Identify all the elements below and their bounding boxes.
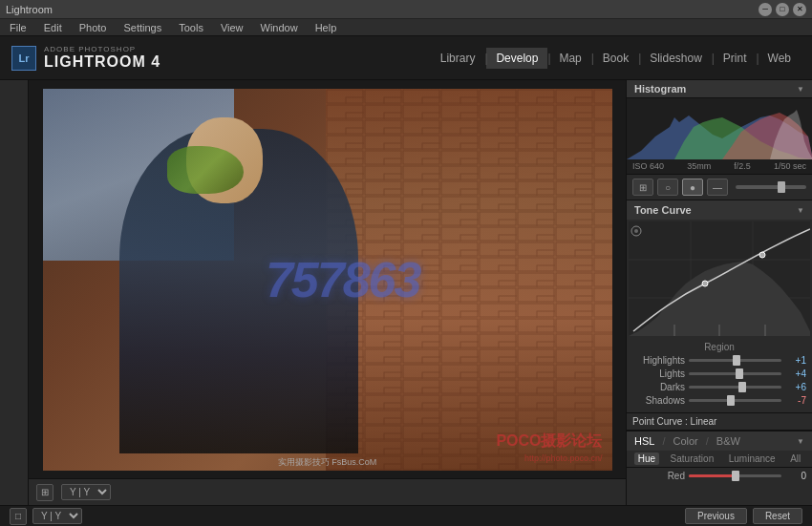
photo-area: 757863 POCO摄影论坛 http://photo.poco.cn/ 实用… xyxy=(29,80,626,478)
menu-edit[interactable]: Edit xyxy=(40,22,66,33)
highlights-value: +1 xyxy=(785,355,806,366)
bottom-view-select[interactable]: Y | Y xyxy=(32,508,82,524)
highlights-label: Highlights xyxy=(632,355,685,366)
center-panel: 757863 POCO摄影论坛 http://photo.poco.cn/ 实用… xyxy=(29,80,626,505)
red-value: 0 xyxy=(785,471,806,481)
main: 757863 POCO摄影论坛 http://photo.poco.cn/ 实用… xyxy=(0,80,812,505)
tone-curve-section: Tone Curve ▼ xyxy=(627,200,812,431)
menu-tools[interactable]: Tools xyxy=(175,22,207,33)
tone-curve-graph[interactable] xyxy=(629,221,810,336)
darks-handle[interactable] xyxy=(738,382,746,392)
reset-button[interactable]: Reset xyxy=(753,508,802,524)
minimize-button[interactable]: ─ xyxy=(759,3,772,16)
tab-develop[interactable]: Develop xyxy=(486,48,547,69)
tab-print[interactable]: Print xyxy=(714,48,757,69)
histogram-canvas xyxy=(627,98,812,159)
hsl-subtab-luminance[interactable]: Luminance xyxy=(725,452,780,465)
region-title: Region xyxy=(632,342,806,352)
previous-button[interactable]: Previous xyxy=(685,508,747,524)
darks-track[interactable] xyxy=(689,386,781,389)
shadows-track[interactable] xyxy=(689,399,781,402)
highlights-track[interactable] xyxy=(689,359,781,362)
tab-web[interactable]: Web xyxy=(759,48,801,69)
svg-point-15 xyxy=(702,281,708,286)
hsl-subtab-all[interactable]: All xyxy=(786,452,804,465)
point-curve-label: Point Curve : xyxy=(632,416,688,427)
bottom-grid-icon[interactable]: □ xyxy=(10,508,27,525)
lights-track[interactable] xyxy=(689,372,781,375)
bottom-left: □ Y | Y xyxy=(10,508,82,525)
tab-map[interactable]: Map xyxy=(549,48,590,69)
shadows-value: -7 xyxy=(785,395,806,406)
tool-circle[interactable]: ○ xyxy=(657,179,678,196)
camera-focal: 35mm xyxy=(687,161,711,171)
point-curve-value: Linear xyxy=(691,416,717,427)
hsl-tabs: HSL / Color / B&W xyxy=(634,435,740,447)
shadows-label: Shadows xyxy=(632,395,685,406)
maximize-button[interactable]: □ xyxy=(776,3,789,16)
right-panel: Histogram ▼ ISO 640 35mm f/ xyxy=(626,80,812,505)
darks-row: Darks +6 xyxy=(632,382,806,392)
strip-grid-icon[interactable]: ⊞ xyxy=(36,484,53,501)
menu-settings[interactable]: Settings xyxy=(119,22,165,33)
tool-grid[interactable]: ⊞ xyxy=(632,179,653,196)
hsl-tab-color[interactable]: Color xyxy=(673,435,697,447)
red-track[interactable] xyxy=(689,474,781,477)
hsl-sliders: Red 0 xyxy=(627,468,812,487)
red-hue-row: Red 0 xyxy=(632,471,806,481)
hsl-subtab-saturation[interactable]: Saturation xyxy=(667,452,718,465)
lights-value: +4 xyxy=(785,368,806,379)
hsl-subtab-hue[interactable]: Hue xyxy=(634,452,659,465)
tools-slider-handle[interactable] xyxy=(778,181,785,193)
shadows-row: Shadows -7 xyxy=(632,395,806,406)
point-curve-row: Point Curve : Linear xyxy=(627,412,812,430)
close-button[interactable]: ✕ xyxy=(793,3,806,16)
brick-pattern xyxy=(326,89,612,471)
highlights-row: Highlights +1 xyxy=(632,355,806,366)
svg-point-16 xyxy=(759,252,765,258)
tool-line[interactable]: — xyxy=(707,179,728,196)
red-fill xyxy=(689,474,736,477)
strip-select[interactable]: Y | Y xyxy=(61,484,111,500)
histogram-header: Histogram ▼ xyxy=(627,80,812,98)
lights-row: Lights +4 xyxy=(632,368,806,379)
region-section: Region Highlights +1 Lights +4 D xyxy=(627,338,812,412)
menu-photo[interactable]: Photo xyxy=(75,22,111,33)
hsl-triangle: ▼ xyxy=(797,437,804,446)
menu-help[interactable]: Help xyxy=(311,22,341,33)
camera-aperture: f/2.5 xyxy=(734,161,751,171)
camera-info: ISO 640 35mm f/2.5 1/50 sec xyxy=(627,159,812,173)
hsl-header[interactable]: HSL / Color / B&W ▼ xyxy=(627,431,812,451)
hsl-sep2: / xyxy=(706,435,709,447)
hsl-tab-bw[interactable]: B&W xyxy=(716,435,740,447)
menu-window[interactable]: Window xyxy=(257,22,302,33)
tools-slider[interactable] xyxy=(736,185,806,189)
logo-text: ADOBE PHOTOSHOP LIGHTROOM 4 xyxy=(44,45,160,71)
highlights-handle[interactable] xyxy=(733,355,740,366)
photo-container[interactable]: 757863 POCO摄影论坛 http://photo.poco.cn/ 实用… xyxy=(43,89,612,471)
tab-book[interactable]: Book xyxy=(593,48,638,69)
darks-label: Darks xyxy=(632,382,685,392)
titlebar: Lightroom ─ □ ✕ xyxy=(0,0,812,19)
photo-strip: ⊞ Y | Y xyxy=(29,478,626,505)
tone-curve-label: Tone Curve xyxy=(634,204,692,216)
menu-file[interactable]: File xyxy=(6,22,31,33)
titlebar-title: Lightroom xyxy=(6,4,53,15)
bottom-right: Previous Reset xyxy=(685,508,802,524)
hsl-sep1: / xyxy=(662,435,665,447)
menu-view[interactable]: View xyxy=(217,22,247,33)
lights-handle[interactable] xyxy=(736,368,743,379)
red-handle[interactable] xyxy=(732,471,739,481)
logo-area: Lr ADOBE PHOTOSHOP LIGHTROOM 4 xyxy=(11,45,160,71)
watermark-bottom: 实用摄影技巧 FsBus.CoM xyxy=(278,456,377,469)
hsl-tab-hsl[interactable]: HSL xyxy=(634,435,654,447)
tab-library[interactable]: Library xyxy=(431,48,485,69)
tool-dot[interactable]: ● xyxy=(682,179,703,196)
tab-slideshow[interactable]: Slideshow xyxy=(640,48,712,69)
left-panel xyxy=(0,80,29,505)
camera-shutter: 1/50 sec xyxy=(774,161,806,171)
shadows-handle[interactable] xyxy=(727,395,735,406)
lights-label: Lights xyxy=(632,368,685,379)
lr-name: LIGHTROOM 4 xyxy=(44,53,160,71)
tone-curve-header[interactable]: Tone Curve ▼ xyxy=(627,200,812,220)
